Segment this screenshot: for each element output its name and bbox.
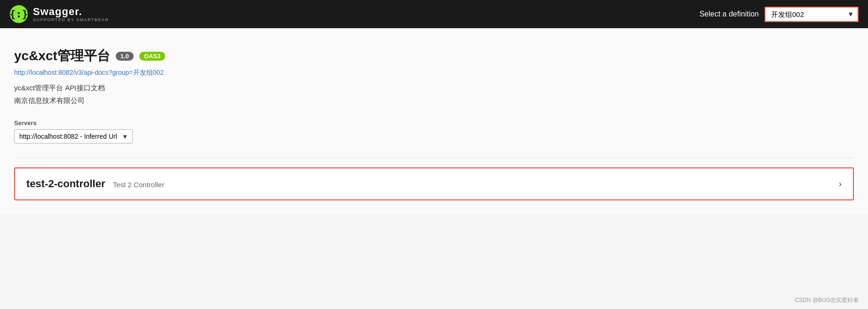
brand-subtitle: Supported by SMARTBEAR <box>33 17 109 22</box>
api-url-link[interactable]: http://localhost:8082/v3/api-docs?group=… <box>14 69 854 77</box>
swagger-logo-icon: {:} <box>9 5 28 24</box>
svg-text:{:}: {:} <box>9 8 28 20</box>
controller-name: test-2-controller <box>26 178 105 190</box>
version-badge: 1.0 <box>116 52 134 61</box>
brand-title-wrap: Swagger. Supported by SMARTBEAR <box>33 6 109 22</box>
section-divider <box>14 158 854 158</box>
chevron-right-icon: › <box>839 179 842 189</box>
api-title: yc&xct管理平台 <box>14 47 110 65</box>
page-footer: CSDN @BUG忠实爱好者 <box>795 296 859 304</box>
definition-select[interactable]: 开发组002 开发组001 <box>764 7 859 22</box>
servers-select[interactable]: http://localhost:8082 - Inferred Url <box>14 129 133 143</box>
api-company: 南京信息技术有限公司 <box>14 96 854 105</box>
definition-select-wrapper[interactable]: 开发组002 开发组001 ▼ <box>764 7 859 22</box>
brand: {:} Swagger. Supported by SMARTBEAR <box>9 5 109 24</box>
servers-select-wrapper[interactable]: http://localhost:8082 - Inferred Url ▼ <box>14 129 133 143</box>
api-title-row: yc&xct管理平台 1.0 OAS3 <box>14 47 854 65</box>
brand-name: Swagger. <box>33 6 109 17</box>
main-content: yc&xct管理平台 1.0 OAS3 http://localhost:808… <box>0 28 868 214</box>
select-definition-label: Select a definition <box>700 10 759 18</box>
servers-section: Servers http://localhost:8082 - Inferred… <box>14 119 854 143</box>
oas3-badge: OAS3 <box>139 52 165 61</box>
footer-text: CSDN @BUG忠实爱好者 <box>795 297 859 303</box>
navbar-right: Select a definition 开发组002 开发组001 ▼ <box>700 7 859 22</box>
api-description: yc&xct管理平台 API接口文档 <box>14 84 854 93</box>
navbar: {:} Swagger. Supported by SMARTBEAR Sele… <box>0 0 868 28</box>
servers-label: Servers <box>14 119 854 127</box>
controller-card[interactable]: test-2-controller Test 2 Controller › <box>14 167 854 200</box>
controller-description: Test 2 Controller <box>113 181 164 189</box>
controller-card-left: test-2-controller Test 2 Controller <box>26 178 164 190</box>
